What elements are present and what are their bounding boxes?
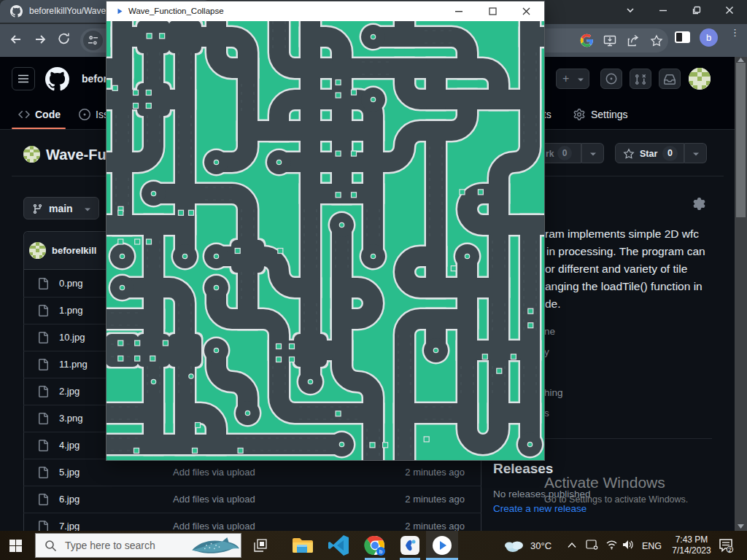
svg-text:b: b xyxy=(379,548,383,555)
svg-text:2: 2 xyxy=(728,546,732,553)
